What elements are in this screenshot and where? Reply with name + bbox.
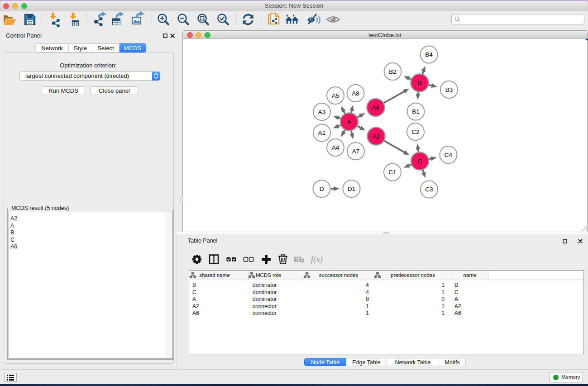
svg-text:shared name: shared name (199, 272, 229, 278)
svg-text:C2: C2 (411, 129, 419, 135)
svg-text:B1: B1 (412, 108, 420, 115)
svg-text:B3: B3 (445, 86, 453, 93)
svg-text:A6: A6 (372, 104, 380, 111)
svg-text:f(x): f(x) (311, 254, 323, 264)
svg-text:B: B (417, 80, 421, 86)
svg-text:A: A (347, 119, 351, 125)
svg-text:name: name (464, 272, 477, 278)
svg-text:A3: A3 (318, 109, 326, 115)
svg-text:A7: A7 (352, 148, 360, 155)
svg-text:C: C (418, 158, 422, 165)
svg-text:A8: A8 (352, 90, 359, 97)
svg-text:successor nodes: successor nodes (319, 272, 359, 278)
svg-text:A5: A5 (332, 92, 339, 99)
svg-text:A4: A4 (332, 144, 339, 151)
svg-text:A1: A1 (318, 129, 326, 136)
svg-text:B2: B2 (389, 68, 397, 75)
svg-text:D1: D1 (348, 186, 355, 192)
svg-text:A2: A2 (373, 133, 380, 140)
svg-text:MCDS role: MCDS role (256, 272, 281, 278)
svg-text:C3: C3 (425, 186, 433, 193)
svg-text:C1: C1 (388, 169, 396, 176)
svg-text:predecessor nodes: predecessor nodes (391, 272, 435, 278)
svg-text:C4: C4 (445, 152, 453, 158)
svg-text:B4: B4 (425, 51, 433, 58)
svg-text:D: D (320, 186, 324, 192)
